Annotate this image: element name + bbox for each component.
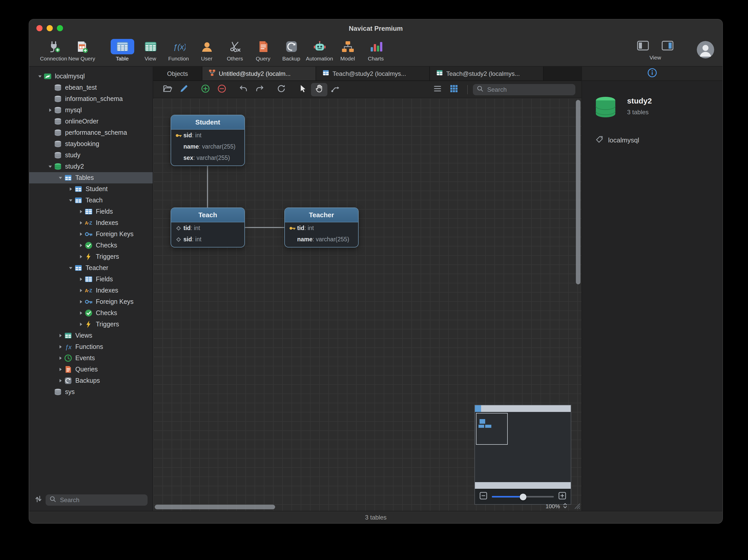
toolbar-item-query[interactable]: Query — [249, 37, 277, 62]
toolbar-item-function[interactable]: ƒ(x)Function — [164, 37, 193, 62]
tree-item-teacher[interactable]: Teacher — [29, 262, 153, 274]
refresh-button[interactable] — [273, 83, 289, 96]
sort-filter-icon[interactable] — [34, 495, 43, 505]
tree-item-events[interactable]: Events — [29, 352, 153, 364]
toolbar-item-connection[interactable]: Connection — [40, 37, 68, 62]
toggle-objects-pane-icon[interactable] — [636, 39, 650, 54]
zoom-stepper-icon[interactable] — [562, 503, 568, 510]
zoom-out-button[interactable] — [480, 492, 487, 501]
toggle-info-pane-icon[interactable] — [661, 39, 674, 54]
toolbar-item-model[interactable]: Model — [333, 37, 362, 62]
chevron-right-icon[interactable] — [77, 220, 85, 226]
minimap-panel[interactable] — [474, 405, 571, 505]
tree-item-ebean-test[interactable]: ebean_test — [29, 82, 153, 93]
tree-item-foreign-keys[interactable]: Foreign Keys — [29, 229, 153, 240]
zoom-in-button[interactable] — [558, 492, 566, 501]
tree-item-onlineorder[interactable]: onlineOrder — [29, 116, 153, 127]
minimap-content[interactable] — [475, 412, 571, 482]
chevron-down-icon[interactable] — [37, 74, 44, 79]
edit-button[interactable] — [176, 83, 192, 96]
tree-item-indexes[interactable]: AZIndexes — [29, 285, 153, 296]
chevron-right-icon[interactable] — [77, 243, 85, 248]
remove-table-button[interactable] — [214, 83, 230, 96]
diagram-canvas[interactable]: 100% Studentsid: intname: varchar(255)se… — [153, 98, 582, 511]
chevron-down-icon[interactable] — [57, 175, 64, 180]
chevron-right-icon[interactable] — [57, 355, 64, 361]
close-button[interactable] — [37, 25, 43, 31]
tree-item-localmysql[interactable]: localmysql — [29, 71, 153, 82]
chevron-right-icon[interactable] — [77, 299, 85, 304]
sidebar-search[interactable] — [46, 494, 147, 506]
canvas-search[interactable] — [473, 84, 575, 95]
tree-item-foreign-keys[interactable]: Foreign Keys — [29, 296, 153, 307]
tab-teach-study2-localmys[interactable]: Teach@study2 (localmys... — [316, 67, 430, 80]
diagram-table-student[interactable]: Studentsid: intname: varchar(255)sex: va… — [171, 115, 245, 166]
chevron-down-icon[interactable] — [67, 265, 74, 271]
chevron-right-icon[interactable] — [77, 277, 85, 282]
hand-tool-button[interactable] — [311, 83, 327, 96]
tree-item-information-schema[interactable]: information_schema — [29, 93, 153, 104]
tree-item-fields[interactable]: Fields — [29, 274, 153, 285]
info-icon[interactable] — [647, 67, 657, 80]
toolbar-item-view[interactable]: View — [136, 37, 164, 62]
tree-item-student[interactable]: Student — [29, 183, 153, 195]
tab-objects[interactable]: Objects — [153, 67, 202, 80]
minimap-viewport[interactable] — [476, 413, 508, 445]
toolbar-item-automation[interactable]: Automation — [305, 37, 333, 62]
tree-item-indexes[interactable]: AZIndexes — [29, 217, 153, 229]
minimap-h-thumb[interactable] — [475, 405, 481, 412]
chevron-right-icon[interactable] — [57, 344, 64, 349]
chevron-down-icon[interactable] — [67, 198, 74, 203]
tree-item-mysql[interactable]: mysql — [29, 104, 153, 116]
tree-item-teach[interactable]: Teach — [29, 195, 153, 206]
chevron-right-icon[interactable] — [77, 288, 85, 293]
vertical-scrollbar[interactable] — [576, 100, 581, 284]
zoom-slider[interactable] — [492, 496, 554, 497]
minimap-v-scrollbar[interactable] — [475, 482, 571, 489]
redo-button[interactable] — [252, 83, 268, 96]
tree-item-tables[interactable]: Tables — [29, 172, 153, 183]
tab-untitled-study2-localm[interactable]: Untitled@study2 (localm... — [202, 67, 316, 80]
chevron-right-icon[interactable] — [77, 209, 85, 214]
sidebar-search-input[interactable] — [59, 496, 144, 504]
tree-item-triggers[interactable]: Triggers — [29, 251, 153, 262]
grid-view-button[interactable] — [446, 83, 462, 96]
toolbar-item-user[interactable]: User — [193, 37, 221, 62]
relation-student-teach[interactable] — [207, 165, 208, 208]
toolbar-item-table[interactable]: Table — [108, 37, 136, 62]
toolbar-item-others[interactable]: Others — [221, 37, 249, 62]
tree-item-fields[interactable]: Fields — [29, 206, 153, 217]
horizontal-scrollbar[interactable] — [155, 505, 275, 509]
chevron-right-icon[interactable] — [57, 367, 64, 372]
chevron-right-icon[interactable] — [67, 186, 74, 192]
chevron-right-icon[interactable] — [77, 322, 85, 327]
canvas-search-input[interactable] — [486, 85, 572, 94]
minimize-button[interactable] — [47, 25, 53, 31]
tree-item-views[interactable]: Views — [29, 330, 153, 341]
toolbar-item-new-query[interactable]: New Query — [68, 37, 96, 62]
diagram-table-teach[interactable]: Teachtid: intsid: int — [171, 208, 245, 248]
undo-button[interactable] — [235, 83, 252, 96]
chevron-right-icon[interactable] — [47, 108, 54, 113]
tree-item-checks[interactable]: Checks — [29, 240, 153, 251]
zoom-button[interactable] — [57, 25, 63, 31]
titlebar[interactable]: Navicat Premium — [29, 20, 722, 37]
zoom-slider-thumb[interactable] — [519, 493, 526, 500]
relation-teach-teacher[interactable] — [245, 227, 284, 228]
resize-grip[interactable] — [573, 503, 581, 510]
tree-item-checks[interactable]: Checks — [29, 307, 153, 319]
tab-teach-study2-localmys[interactable]: Teach@study2 (localmys... — [430, 67, 543, 80]
tree-item-queries[interactable]: Queries — [29, 364, 153, 375]
minimap-h-scrollbar[interactable] — [475, 405, 571, 412]
toolbar-item-backup[interactable]: Backup — [277, 37, 305, 62]
chevron-right-icon[interactable] — [57, 378, 64, 383]
tree-item-functions[interactable]: ƒxFunctions — [29, 341, 153, 352]
select-tool-button[interactable] — [295, 83, 311, 96]
avatar[interactable] — [697, 41, 714, 59]
tree-item-sys[interactable]: sys — [29, 386, 153, 398]
relation-tool-button[interactable] — [327, 83, 344, 96]
chevron-down-icon[interactable] — [47, 164, 54, 169]
add-table-button[interactable] — [197, 83, 214, 96]
tree-item-study2[interactable]: study2 — [29, 161, 153, 172]
list-view-button[interactable] — [429, 83, 446, 96]
